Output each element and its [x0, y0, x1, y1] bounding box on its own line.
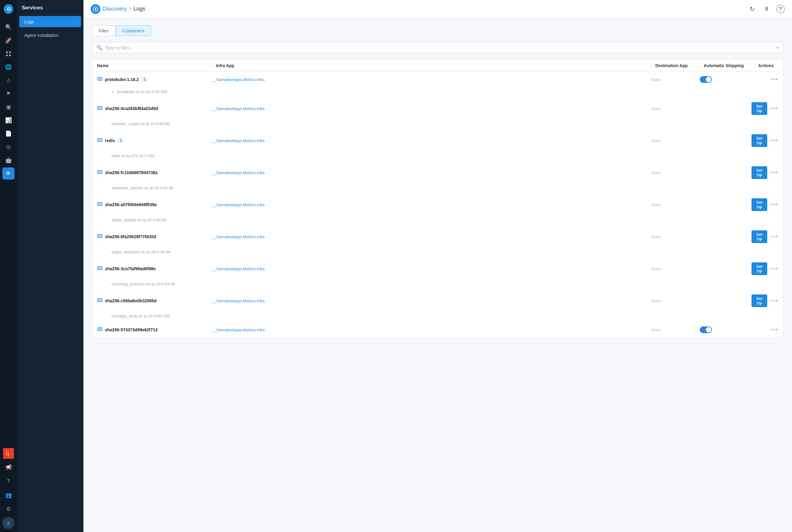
- th-infra-app: Infra App: [212, 63, 652, 68]
- row-infra-app[interactable]: __SematextApps.Metrics.Infra: [212, 138, 652, 143]
- row-dest-app: None: [652, 77, 700, 82]
- help-icon[interactable]: ?: [2, 475, 15, 487]
- topbar-discovery-icon: [91, 4, 100, 14]
- row-dest-app: None: [652, 107, 700, 111]
- row-main-0: protokube:1.18.21__SematextApps.Metrics.…: [92, 72, 783, 87]
- row-main-6: sha256:3ca7faf99ad6f98e__SematextApps.Me…: [92, 258, 783, 279]
- row-name-text: sha256:c56ba6e0b3258b0: [105, 298, 156, 303]
- sidebar-item-logs[interactable]: Logs: [19, 16, 81, 27]
- row-name-4: sha256:a07f0b9e849f939a: [97, 201, 212, 208]
- pause-button[interactable]: ⏸: [762, 4, 771, 14]
- breadcrumb-discovery[interactable]: Discovery: [103, 6, 127, 12]
- topbar: Discovery > Logs ↻ ⏸ ?: [83, 0, 792, 18]
- target-icon[interactable]: ◎: [2, 141, 15, 153]
- flag-icon[interactable]: ⚑: [2, 88, 15, 100]
- setup-button[interactable]: Set Up: [752, 294, 767, 307]
- row-sub-label: nostalgic_borg on ip-10-4-60-150: [92, 311, 783, 322]
- search-icon[interactable]: 🔍: [2, 21, 15, 33]
- row-infra-app[interactable]: __SematextApps.Metrics.Infra: [212, 170, 652, 175]
- row-infra-app[interactable]: __SematextApps.Metrics.Infra: [212, 266, 652, 271]
- more-actions-button[interactable]: •••: [771, 234, 778, 240]
- topbar-left: Discovery > Logs: [91, 4, 145, 14]
- container-icon: [97, 76, 102, 83]
- row-infra-app[interactable]: __SematextApps.Metrics.Infra: [212, 202, 652, 207]
- row-infra-app[interactable]: __SematextApps.Metrics.Infra: [212, 327, 652, 332]
- tab-containers[interactable]: Containers: [115, 25, 151, 36]
- svg-rect-2: [6, 51, 8, 53]
- auto-ship-toggle[interactable]: [700, 326, 712, 333]
- table-row: sha256:4ca283bf84a03d0d__SematextApps.Me…: [92, 98, 783, 130]
- row-name-3: sha256:fc1b56887804738a: [97, 169, 212, 176]
- row-sub-label: redis on ip-172-31-7-220: [92, 151, 783, 162]
- sidebar-title: Services: [17, 0, 83, 15]
- rocket-icon[interactable]: 🚀: [2, 35, 15, 46]
- more-actions-button[interactable]: •••: [771, 202, 778, 208]
- setup-button[interactable]: Set Up: [752, 198, 767, 211]
- setup-button[interactable]: Set Up: [752, 102, 767, 115]
- more-actions-button[interactable]: •••: [771, 327, 778, 333]
- discovery-icon[interactable]: 👁: [2, 168, 15, 179]
- doc-icon[interactable]: 📄: [2, 128, 15, 140]
- table-body: protokube:1.18.21__SematextApps.Metrics.…: [92, 72, 783, 337]
- icon-bar: ⊙ 🔍 🚀 🌐 ⚠ ⚑ ▣ 📊 📄 ◎ 🤖 👁 🎁 📢 ? 👥 ⚙ 👤: [0, 0, 17, 532]
- team-icon[interactable]: 👥: [2, 489, 15, 501]
- sidebar-item-agent-installation[interactable]: Agent installation: [19, 30, 81, 41]
- setup-button[interactable]: Set Up: [752, 134, 767, 147]
- svg-point-7: [95, 8, 96, 10]
- logo[interactable]: ⊙: [3, 4, 14, 16]
- settings-icon[interactable]: ⚙: [2, 503, 15, 515]
- row-name-text: redis: [105, 138, 115, 143]
- row-actions: Set Up•••: [754, 198, 778, 211]
- container-icon: [97, 265, 102, 272]
- globe-icon[interactable]: 🌐: [2, 61, 15, 73]
- grid-icon[interactable]: [2, 48, 15, 60]
- row-infra-app[interactable]: __SematextApps.Metrics.Infra: [212, 234, 652, 240]
- content-area: Files Containers 🔍 ▾ Name Infra App Dest…: [83, 18, 792, 532]
- row-dest-app: None: [652, 267, 700, 271]
- table-row: sha256:3ca7faf99ad6f98e__SematextApps.Me…: [92, 258, 783, 290]
- main-content: Discovery > Logs ↻ ⏸ ? Files Containers …: [83, 0, 792, 532]
- row-name-text: sha256:fc1b56887804738a: [105, 170, 157, 175]
- alert-icon[interactable]: ⚠: [2, 74, 15, 87]
- box-icon[interactable]: ▣: [2, 101, 15, 113]
- megaphone-icon[interactable]: 📢: [2, 461, 15, 473]
- row-main-5: sha256:6fa29628f7760302__SematextApps.Me…: [92, 226, 783, 247]
- row-actions: Set Up•••: [754, 294, 778, 307]
- row-main-3: sha256:fc1b56887804738a__SematextApps.Me…: [92, 162, 783, 183]
- gift-badge: 🎁: [3, 448, 14, 459]
- filter-chevron-icon: ▾: [777, 45, 779, 50]
- user-avatar[interactable]: 👤: [2, 517, 15, 529]
- more-actions-button[interactable]: •••: [771, 76, 778, 83]
- row-dest-app: None: [652, 203, 700, 207]
- th-name: Name: [97, 63, 212, 68]
- more-actions-button[interactable]: •••: [771, 298, 778, 304]
- row-main-7: sha256:c56ba6e0b3258b0__SematextApps.Met…: [92, 290, 783, 311]
- more-actions-button[interactable]: •••: [771, 137, 778, 144]
- more-actions-button[interactable]: •••: [771, 170, 778, 176]
- svg-text:⊙: ⊙: [6, 6, 11, 12]
- row-main-8: sha256:574373d99e62f713__SematextApps.Me…: [92, 322, 783, 337]
- setup-button[interactable]: Set Up: [752, 166, 767, 179]
- setup-button[interactable]: Set Up: [752, 230, 767, 243]
- filter-input[interactable]: [105, 45, 774, 50]
- help-topbar-button[interactable]: ?: [776, 5, 785, 13]
- filter-bar: 🔍 ▾: [92, 42, 784, 53]
- more-actions-button[interactable]: •••: [771, 106, 778, 112]
- gift-icon[interactable]: 🎁: [2, 448, 15, 459]
- row-infra-app[interactable]: __SematextApps.Metrics.Infra: [212, 77, 652, 82]
- row-main-2: redis1__SematextApps.Metrics.InfraNoneSe…: [92, 130, 783, 151]
- row-infra-app[interactable]: __SematextApps.Metrics.Infra: [212, 298, 652, 303]
- row-name-text: sha256:3ca7faf99ad6f98e: [105, 266, 156, 271]
- row-infra-app[interactable]: __SematextApps.Metrics.Infra: [212, 106, 652, 111]
- row-sub-label: charming_poincare on ip-10-4-54-90: [92, 279, 783, 290]
- refresh-button[interactable]: ↻: [747, 4, 757, 14]
- row-name-5: sha256:6fa29628f7760302: [97, 233, 212, 240]
- row-name-text: protokube:1.18.2: [105, 77, 139, 82]
- tab-files[interactable]: Files: [92, 25, 115, 36]
- auto-ship-toggle[interactable]: [700, 76, 712, 83]
- sidebar: Services Logs Agent installation: [17, 0, 83, 532]
- more-actions-button[interactable]: •••: [771, 266, 778, 272]
- robot-icon[interactable]: 🤖: [2, 154, 15, 166]
- chart-icon[interactable]: 📊: [2, 114, 15, 126]
- setup-button[interactable]: Set Up: [752, 262, 767, 275]
